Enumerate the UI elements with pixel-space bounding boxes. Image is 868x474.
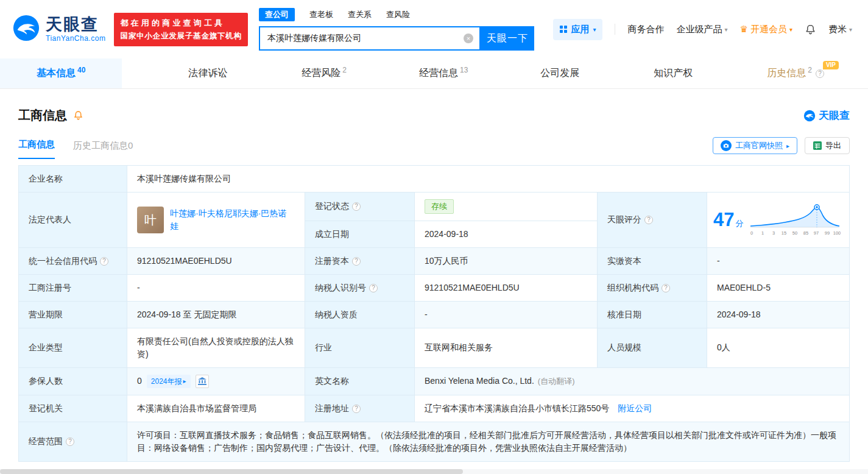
svg-text:15: 15	[782, 230, 786, 236]
tab-business-risk[interactable]: 经营风险2	[295, 58, 353, 88]
subtab-business-registration[interactable]: 工商信息	[18, 139, 55, 159]
tab-label: 法律诉讼	[188, 67, 227, 80]
label-establish-date: 成立日期	[305, 221, 415, 247]
annual-report-tag[interactable]: 2024年报 ▸	[147, 375, 191, 388]
top-header: 天眼查 TianYanCha.com 都在用的商业查询工具 国家中小企业发展子基…	[0, 0, 868, 58]
reg-status-label-text: 登记状态	[315, 201, 349, 211]
svg-text:99: 99	[825, 230, 830, 236]
label-address: 注册地址?	[305, 395, 415, 422]
search-button[interactable]: 天眼一下	[481, 26, 534, 51]
brand-slogan-banner: 都在用的商业查询工具 国家中小企业发展子基金旗下机构	[114, 13, 248, 46]
tab-basic-info[interactable]: 基本信息40	[0, 58, 122, 88]
search-tab-company[interactable]: 查公司	[259, 8, 295, 21]
apps-grid-icon	[560, 26, 567, 33]
search-area: 查公司 查老板 查关系 查风险 × 天眼一下	[259, 8, 534, 51]
legal-rep-avatar[interactable]: 叶	[137, 207, 164, 233]
value-staff-size: 0人	[707, 328, 850, 367]
nav-enterprise-products[interactable]: 企业级产品 ▾	[676, 24, 727, 35]
help-icon[interactable]: ?	[352, 257, 361, 266]
nav-open-membership[interactable]: ♛ 开通会员 ▾	[739, 24, 792, 35]
help-icon[interactable]: ?	[100, 257, 108, 266]
insured-count: 0	[137, 375, 142, 387]
tab-history-info[interactable]: VIP 历史信息2 ?	[761, 58, 830, 88]
tab-label: 经营风险	[302, 67, 340, 80]
value-address: 辽宁省本溪市本溪满族自治县小市镇长江路550号 附近公司	[415, 395, 850, 422]
watermark-text: 天眼查	[819, 108, 850, 122]
value-term: 2024-09-18 至 无固定期限	[127, 301, 305, 328]
search-tab-boss[interactable]: 查老板	[309, 9, 333, 20]
brand-name: 天眼查	[46, 16, 105, 33]
label-approve-date: 核准日期	[598, 301, 707, 328]
label-term: 营业期限	[19, 301, 127, 328]
chevron-down-icon: ▾	[724, 26, 727, 33]
row-scope: 经营范围? 许可项目：互联网直播技术服务；食品销售；食品互联网销售。（依法须经批…	[19, 422, 850, 461]
search-input[interactable]	[260, 27, 479, 49]
label-scope: 经营范围?	[19, 422, 127, 461]
tab-count: 2	[342, 66, 347, 74]
help-icon[interactable]: ?	[352, 405, 361, 413]
score-unit: 分	[735, 218, 743, 230]
clear-icon[interactable]: ×	[464, 34, 473, 43]
address-text: 辽宁省本溪市本溪满族自治县小市镇长江路550号	[425, 403, 609, 413]
nav-cooperation[interactable]: 商务合作	[627, 24, 664, 35]
value-industry: 互联网和相关服务	[415, 328, 598, 367]
user-menu[interactable]: 费米 ▾	[828, 24, 852, 35]
export-button[interactable]: 导出	[805, 137, 850, 154]
apps-label: 应用	[571, 24, 589, 35]
tab-count: 2	[808, 66, 812, 74]
arrow-right-icon: ▸	[786, 143, 789, 149]
subtab-history-registration[interactable]: 历史工商信息0	[73, 140, 133, 159]
nearby-companies-link[interactable]: 附近公司	[618, 403, 652, 413]
row-term: 营业期限 2024-09-18 至 无固定期限 纳税人资质 - 核准日期 202…	[19, 301, 850, 328]
brand-domain: TianYanCha.com	[46, 35, 105, 43]
help-icon[interactable]: ?	[816, 69, 824, 78]
tab-intellectual-property[interactable]: 知识产权	[647, 58, 700, 88]
label-industry: 行业	[305, 328, 415, 367]
tab-business-info[interactable]: 经营信息13	[413, 58, 474, 88]
status-badge: 存续	[425, 199, 454, 214]
chevron-down-icon: ▾	[789, 26, 792, 33]
label-reg-capital: 注册资本?	[305, 247, 415, 274]
label-reg-no: 工商注册号	[19, 274, 127, 301]
tianyancha-logo[interactable]: 天眼查 TianYanCha.com	[12, 14, 105, 44]
camera-icon	[721, 140, 732, 151]
tab-legal-proceedings[interactable]: 法律诉讼	[182, 58, 235, 88]
search-tab-risk[interactable]: 查风险	[386, 9, 410, 20]
label-tyc-score: 天眼评分?	[598, 193, 707, 248]
value-scope: 许可项目：互联网直播技术服务；食品销售；食品互联网销售。（依法须经批准的项目，经…	[127, 422, 850, 461]
social-insurance-icon[interactable]	[196, 375, 209, 388]
header-nav: 应用 ▾ 商务合作 企业级产品 ▾ ♛ 开通会员 ▾ 费米 ▾	[553, 19, 852, 40]
scrollbar-thumb[interactable]	[0, 469, 463, 474]
help-icon[interactable]: ?	[644, 216, 653, 224]
notification-bell-icon[interactable]	[805, 24, 816, 35]
label-insured: 参保人数	[19, 367, 127, 395]
arrow-right-icon: ▸	[183, 377, 186, 386]
label-org-code: 组织机构代码?	[598, 274, 707, 301]
row-legal-rep: 法定代表人 叶 叶莲娜·叶夫格尼耶夫娜·巴热诺娃 登记状态? 存续 天眼评分? …	[19, 193, 850, 221]
company-detail-tabbar: 基本信息40 法律诉讼 经营风险2 经营信息13 公司发展 知识产权 VIP 历…	[0, 58, 868, 89]
chevron-down-icon: ▾	[849, 26, 852, 33]
value-authority: 本溪满族自治县市场监督管理局	[127, 395, 305, 422]
value-establish-date: 2024-09-18	[415, 221, 598, 247]
monitor-bell-icon[interactable]	[73, 110, 83, 121]
tab-company-development[interactable]: 公司发展	[534, 58, 587, 88]
help-icon[interactable]: ?	[66, 437, 74, 446]
excel-icon	[813, 141, 822, 150]
tianyancha-logo-icon	[803, 110, 816, 122]
row-credit-code: 统一社会信用代码? 91210521MAE0EHLD5U 注册资本? 10万人民…	[19, 247, 850, 274]
label-authority: 登记机关	[19, 395, 127, 422]
horizontal-scrollbar[interactable]	[0, 469, 868, 474]
org-code-label-text: 组织机构代码	[607, 283, 658, 292]
search-tab-relation[interactable]: 查关系	[348, 9, 372, 20]
help-icon[interactable]: ?	[369, 284, 378, 292]
enterprise-label: 企业级产品	[676, 24, 722, 35]
tab-label: 公司发展	[540, 67, 579, 80]
legal-rep-name-link[interactable]: 叶莲娜·叶夫格尼耶夫娜·巴热诺娃	[170, 207, 295, 233]
value-tyc-score: 47 分 0 1 3 15 50	[707, 193, 850, 248]
label-taxpayer-no: 纳税人识别号?	[305, 274, 415, 301]
help-icon[interactable]: ?	[352, 202, 361, 211]
help-icon[interactable]: ?	[662, 284, 670, 292]
apps-menu[interactable]: 应用 ▾	[553, 19, 602, 40]
official-snapshot-button[interactable]: 工商官网快照 ▸	[713, 137, 797, 154]
search-box: ×	[259, 26, 481, 51]
